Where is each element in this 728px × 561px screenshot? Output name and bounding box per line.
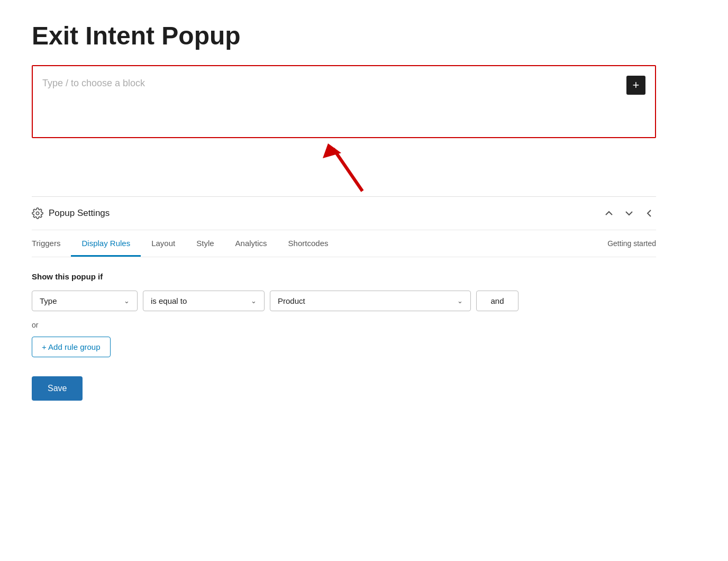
rule-type-select[interactable]: Type ⌄ — [32, 291, 138, 311]
collapse-down-button[interactable] — [622, 206, 636, 220]
red-arrow-container — [32, 138, 656, 196]
tab-content-display-rules: Show this popup if Type ⌄ is equal to ⌄ … — [32, 257, 656, 401]
rule-type-label: Type — [40, 296, 57, 305]
rule-value-chevron: ⌄ — [457, 297, 463, 305]
rule-and-select[interactable]: and — [476, 291, 518, 311]
rule-condition-label: is equal to — [151, 296, 187, 305]
rule-condition-select[interactable]: is equal to ⌄ — [143, 291, 265, 311]
plus-icon: + — [633, 79, 640, 91]
tab-display-rules[interactable]: Display Rules — [71, 230, 141, 257]
tabs-bar: Triggers Display Rules Layout Style Anal… — [32, 230, 656, 257]
chevron-left-icon — [644, 209, 654, 218]
chevron-up-icon — [604, 209, 614, 218]
page-title: Exit Intent Popup — [32, 21, 656, 50]
rule-value-select[interactable]: Product ⌄ — [270, 291, 471, 311]
getting-started-link[interactable]: Getting started — [607, 231, 656, 256]
settings-header: Popup Settings — [32, 197, 656, 230]
tab-layout[interactable]: Layout — [141, 230, 186, 257]
tabs-list: Triggers Display Rules Layout Style Anal… — [32, 230, 339, 257]
tab-shortcodes[interactable]: Shortcodes — [278, 230, 339, 257]
tab-style[interactable]: Style — [186, 230, 224, 257]
add-rule-group-button[interactable]: + Add rule group — [32, 337, 111, 357]
tab-triggers[interactable]: Triggers — [32, 230, 71, 257]
rule-condition-chevron: ⌄ — [251, 297, 257, 305]
show-popup-label: Show this popup if — [32, 272, 656, 281]
block-editor-area: Type / to choose a block + — [32, 65, 656, 138]
collapse-up-button[interactable] — [602, 206, 616, 220]
tab-analytics[interactable]: Analytics — [225, 230, 278, 257]
chevron-down-icon — [624, 209, 634, 218]
rule-type-chevron: ⌄ — [124, 297, 130, 305]
save-button[interactable]: Save — [32, 376, 83, 401]
settings-title: Popup Settings — [49, 208, 110, 219]
rule-value-label: Product — [278, 296, 305, 305]
add-block-button[interactable]: + — [626, 76, 645, 95]
rule-row: Type ⌄ is equal to ⌄ Product ⌄ and — [32, 291, 656, 311]
svg-line-0 — [333, 149, 362, 191]
or-label: or — [32, 321, 656, 329]
gear-icon — [32, 207, 43, 219]
settings-header-controls — [602, 206, 656, 220]
red-arrow-icon — [312, 138, 376, 196]
svg-point-2 — [36, 212, 39, 215]
settings-header-left: Popup Settings — [32, 207, 110, 219]
block-editor-placeholder: Type / to choose a block — [42, 76, 145, 91]
move-up-button[interactable] — [642, 206, 656, 220]
settings-panel: Popup Settings — [32, 196, 656, 401]
rule-and-label: and — [490, 296, 504, 305]
